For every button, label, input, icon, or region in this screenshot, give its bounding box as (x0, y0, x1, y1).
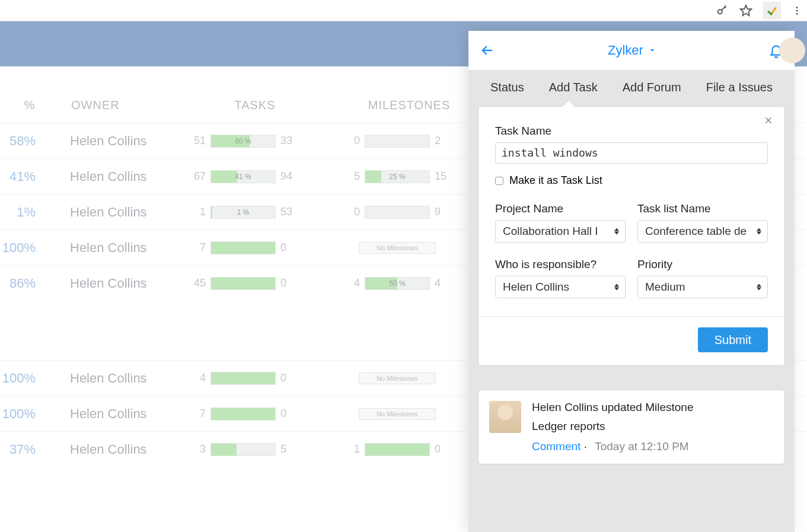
task-name-input[interactable] (495, 142, 768, 164)
svg-point-2 (796, 7, 798, 8)
owner-cell: Helen Collins (47, 169, 166, 184)
progress-bar (210, 407, 276, 420)
owner-cell: Helen Collins (47, 240, 166, 256)
count-done: 4 (189, 372, 206, 384)
count-done: 67 (189, 170, 206, 183)
count-done: 4 (343, 277, 360, 289)
priority-select-value: Medium (645, 281, 685, 294)
count-total: 0 (280, 241, 297, 254)
brand-name: Zylker (608, 43, 643, 58)
kebab-menu-icon[interactable] (792, 5, 802, 16)
feed-comment-link[interactable]: Comment (532, 440, 580, 453)
tasklist-select[interactable]: Conference table de (637, 220, 768, 243)
progress-bar (210, 443, 276, 456)
extension-icon[interactable] (763, 2, 781, 20)
progress-bar (210, 241, 276, 254)
count-total: 0 (435, 443, 451, 455)
percent-cell: 100% (0, 406, 47, 422)
count-done: 3 (189, 443, 206, 455)
svg-marker-1 (741, 5, 751, 15)
progress-bar: 50 % (365, 277, 430, 290)
progress-cell: 4 0 (166, 372, 320, 385)
responsible-select[interactable]: Helen Collins (495, 276, 626, 298)
count-done: 1 (343, 443, 360, 455)
select-caret-icon (614, 228, 619, 235)
progress-bar: 25 % (365, 170, 430, 183)
progress-cell: 4 50 % 4 (320, 277, 474, 290)
progress-cell: 1 0 (320, 443, 474, 456)
add-task-card: Task Name Make it as Task List Project N… (478, 106, 785, 366)
progress-bar: 41 % (210, 170, 276, 183)
percent-cell: 100% (0, 371, 47, 386)
submit-button[interactable]: Submit (698, 327, 768, 352)
tasklist-checkbox[interactable] (495, 177, 503, 185)
owner-cell: Helen Collins (47, 442, 166, 457)
no-milestones-cell: No Milestones (320, 372, 474, 384)
close-icon[interactable] (763, 115, 774, 126)
responsible-label: Who is responsible? (495, 258, 626, 271)
count-total: 0 (280, 407, 297, 420)
count-total: 5 (280, 443, 297, 455)
header-milestones: MILESTONES (332, 98, 486, 112)
owner-cell: Helen Collins (47, 205, 166, 220)
count-total: 33 (280, 135, 297, 147)
select-caret-icon (757, 228, 761, 235)
owner-cell: Helen Collins (47, 371, 166, 386)
progress-cell: 5 25 % 15 (320, 170, 474, 183)
owner-cell: Helen Collins (47, 276, 166, 291)
chevron-down-icon (648, 46, 656, 55)
priority-label: Priority (637, 258, 768, 271)
side-panel: Zylker Status Add Task Add Forum File a … (468, 31, 795, 467)
count-total: 0 (280, 277, 297, 289)
browser-toolbar (0, 0, 807, 21)
count-done: 45 (189, 277, 206, 289)
tab-status[interactable]: Status (490, 81, 524, 94)
svg-point-0 (718, 9, 722, 14)
count-total: 9 (435, 206, 451, 218)
tasklist-name-label: Task list Name (637, 202, 768, 215)
progress-cell: 45 0 (166, 277, 320, 290)
progress-cell: 67 41 % 94 (166, 170, 320, 183)
progress-cell: 3 5 (166, 443, 320, 456)
count-total: 2 (435, 135, 451, 147)
progress-cell: 0 9 (320, 206, 474, 219)
avatar[interactable] (779, 37, 805, 63)
activity-feed-item: Helen Collins updated Milestone Ledger r… (478, 390, 785, 464)
count-done: 0 (343, 206, 360, 218)
count-done: 7 (189, 407, 206, 420)
tab-file-issue[interactable]: File a Issues (706, 81, 773, 94)
tasklist-select-value: Conference table de (645, 225, 747, 238)
back-arrow-icon[interactable] (479, 42, 496, 59)
select-caret-icon (614, 284, 619, 291)
progress-bar: 60 % (210, 135, 276, 148)
progress-bar (365, 443, 430, 456)
count-done: 1 (189, 206, 206, 218)
progress-bar (365, 206, 430, 219)
feed-title: Helen Collins updated Milestone (532, 401, 774, 414)
count-total: 4 (435, 277, 451, 289)
count-done: 5 (343, 170, 360, 183)
progress-bar: 1 % (210, 206, 276, 219)
progress-cell: 7 0 (166, 241, 320, 254)
count-done: 51 (189, 135, 206, 147)
percent-cell: 37% (0, 442, 47, 457)
tab-add-task[interactable]: Add Task (549, 81, 598, 94)
count-total: 0 (280, 372, 297, 384)
progress-bar (210, 277, 276, 290)
key-icon[interactable] (716, 4, 729, 17)
feed-avatar (489, 401, 521, 433)
panel-header: Zylker (468, 31, 795, 70)
star-icon[interactable] (739, 4, 752, 17)
priority-select[interactable]: Medium (637, 276, 768, 298)
percent-cell: 41% (0, 169, 47, 184)
progress-cell: 7 0 (166, 407, 320, 420)
count-total: 53 (280, 206, 297, 218)
brand-dropdown[interactable]: Zylker (496, 43, 768, 58)
tab-add-forum[interactable]: Add Forum (623, 81, 681, 94)
header-owner: OWNER (59, 98, 178, 112)
percent-cell: 100% (0, 240, 47, 256)
project-select[interactable]: Collaboration Hall I (495, 220, 626, 243)
progress-cell: 1 1 % 53 (166, 206, 320, 219)
select-caret-icon (757, 284, 761, 291)
percent-cell: 1% (0, 205, 47, 220)
